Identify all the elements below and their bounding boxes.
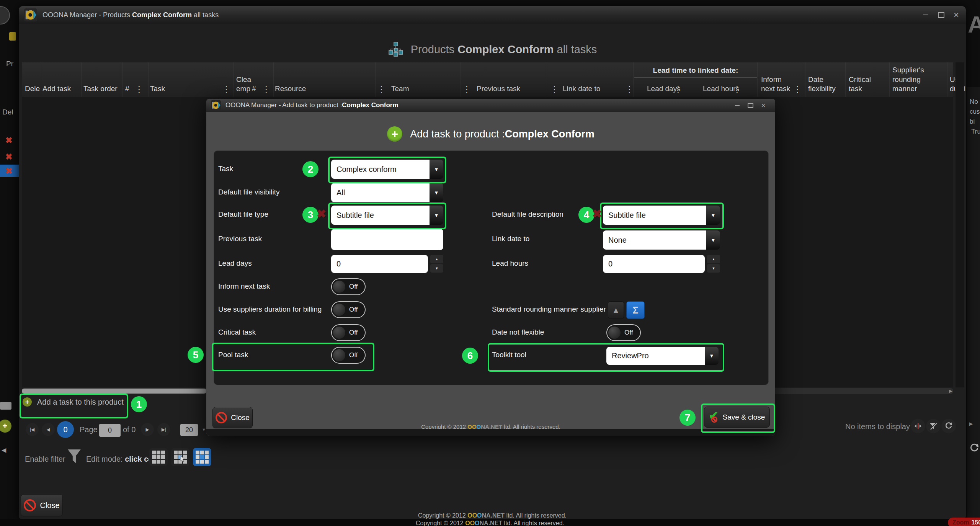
column-header-suppliers-rounding[interactable]: Supplier's rounding manner (892, 65, 938, 94)
column-header-delete[interactable]: Dele (25, 84, 40, 94)
column-header-number[interactable]: # (125, 84, 129, 94)
right-edge-arrow-icon[interactable]: ▶ (969, 421, 973, 426)
scrollbar-fragment[interactable] (0, 402, 11, 410)
annotation-number-7: 7 (679, 410, 696, 426)
default-file-visibility-label: Default file visibility (218, 188, 280, 196)
column-header-add-task[interactable]: Add task (42, 84, 71, 94)
scrollbar-thumb[interactable] (22, 389, 206, 394)
toggle-state: Off (624, 329, 633, 337)
link-date-to-dropdown[interactable]: None ▼ (603, 230, 720, 250)
annotation-box-4 (600, 203, 724, 229)
maximize-button[interactable] (934, 6, 947, 24)
column-menu-icon[interactable]: ⋮ (550, 84, 559, 95)
filter-icon[interactable] (67, 449, 82, 466)
column-menu-icon[interactable]: ⋮ (733, 84, 742, 95)
clear-filter-button[interactable] (926, 419, 941, 433)
column-menu-icon[interactable]: ⋮ (377, 84, 386, 95)
pager-last-button[interactable]: ▶| (157, 423, 170, 436)
product-tree-icon (388, 41, 404, 57)
column-header-critical-task[interactable]: Critical task (849, 75, 880, 94)
enable-filter-label: Enable filter (25, 455, 65, 464)
column-menu-icon[interactable]: ⋮ (625, 84, 634, 95)
pager-current-page[interactable]: 0 (57, 421, 74, 438)
pager-prev-button[interactable]: ◀ (42, 423, 55, 436)
edit-mode-click-cell-button[interactable] (171, 448, 189, 466)
stepper-up-icon[interactable]: ▲ (707, 255, 720, 263)
pager-next-button[interactable]: ▶ (141, 423, 154, 436)
minimize-button[interactable] (919, 6, 932, 24)
scrollbar-arrow-icon[interactable]: ▶ (949, 388, 952, 394)
link-date-to-label: Link date to (492, 235, 529, 243)
vertical-scrollbar[interactable] (956, 62, 964, 387)
fit-columns-button[interactable] (911, 419, 925, 433)
dialog-close-button[interactable]: × (757, 99, 770, 112)
round-up-button[interactable]: ▲ (608, 301, 624, 319)
critical-task-label: Critical task (218, 328, 256, 337)
column-header-date-flexibility[interactable]: Date flexibility (808, 75, 846, 94)
delete-row-icon[interactable]: ✖ (5, 136, 12, 145)
filter-off-icon (929, 422, 938, 430)
pager-page-input[interactable] (99, 424, 121, 437)
column-header-number2[interactable]: # (252, 84, 256, 94)
refresh-button[interactable] (941, 419, 956, 433)
critical-task-toggle[interactable]: Off (331, 324, 366, 341)
dropdown-arrow-icon[interactable]: ▼ (706, 230, 720, 250)
use-suppliers-duration-label: Use suppliers duration for billing (218, 305, 322, 314)
right-edge-text: cus (970, 108, 980, 116)
use-suppliers-duration-toggle[interactable]: Off (331, 301, 366, 318)
toggle-knob (333, 327, 345, 339)
column-header-previous-task[interactable]: Previous task (477, 84, 520, 94)
lead-days-stepper[interactable]: ▲ ▼ (430, 255, 443, 273)
annotation-number-5: 5 (188, 347, 204, 363)
add-icon[interactable]: + (0, 420, 11, 433)
close-window-button[interactable]: × (950, 6, 963, 24)
link-date-to-value[interactable]: None (603, 230, 706, 250)
date-not-flexible-toggle[interactable]: Off (606, 324, 641, 341)
delete-row-icon[interactable]: ✖ (5, 152, 12, 162)
page-size-dropdown-icon[interactable]: ▼ (202, 427, 206, 432)
close-page-label: Close (40, 501, 59, 510)
column-header-resource[interactable]: Resource (275, 84, 306, 94)
toggle-knob (333, 304, 345, 316)
column-header-clear-employee[interactable]: Clea emp (236, 75, 254, 94)
edit-mode-selected-button[interactable] (193, 448, 211, 466)
prohibition-icon (216, 412, 227, 423)
annotation-box-5 (212, 343, 374, 371)
default-file-visibility-dropdown[interactable]: All ▼ (331, 183, 443, 202)
column-header-link-date-to[interactable]: Link date to (563, 84, 600, 94)
column-header-inform-next-task[interactable]: Inform next task (761, 75, 796, 94)
pager-first-button[interactable]: |◀ (26, 423, 39, 436)
lead-hours-input[interactable] (603, 255, 705, 273)
annotation-number-6: 6 (462, 348, 478, 364)
refresh-icon[interactable] (969, 443, 980, 454)
dialog-maximize-button[interactable] (744, 99, 757, 112)
dropdown-arrow-icon[interactable]: ▼ (430, 183, 443, 202)
annotation-box-3 (328, 203, 446, 229)
lead-hours-stepper[interactable]: ▲ ▼ (707, 255, 720, 273)
annotation-box-6 (488, 343, 724, 372)
column-menu-icon[interactable]: ⋮ (674, 84, 683, 95)
stepper-down-icon[interactable]: ▼ (430, 264, 443, 273)
stepper-up-icon[interactable]: ▲ (430, 255, 443, 263)
column-menu-icon[interactable]: ⋮ (793, 84, 802, 95)
column-menu-icon[interactable]: ⋮ (462, 84, 471, 95)
column-menu-icon[interactable]: ⋮ (135, 84, 144, 95)
round-sum-button[interactable]: Σ (626, 301, 645, 319)
column-header-task[interactable]: Task (150, 84, 165, 94)
delete-row-icon[interactable]: ✖ (5, 166, 12, 176)
default-file-visibility-value[interactable]: All (331, 183, 430, 202)
column-menu-icon[interactable]: ⋮ (262, 84, 271, 95)
previous-task-input[interactable] (331, 229, 443, 250)
pager-page-label: Page (80, 425, 98, 434)
stepper-down-icon[interactable]: ▼ (707, 264, 720, 273)
inform-next-task-toggle[interactable]: Off (331, 278, 366, 295)
dialog-title: OOONA Manager - Add task to product :Com… (225, 101, 399, 109)
dialog-minimize-button[interactable] (731, 99, 744, 112)
pager-first-fragment-icon[interactable]: ◀ (2, 446, 6, 454)
lead-days-input[interactable] (331, 255, 428, 273)
page-size-select[interactable]: 20 (180, 424, 198, 436)
column-header-team[interactable]: Team (391, 84, 409, 94)
edit-mode-grid-button[interactable] (149, 448, 168, 466)
column-header-task-order[interactable]: Task order (83, 84, 118, 94)
column-menu-icon[interactable]: ⋮ (222, 84, 231, 95)
